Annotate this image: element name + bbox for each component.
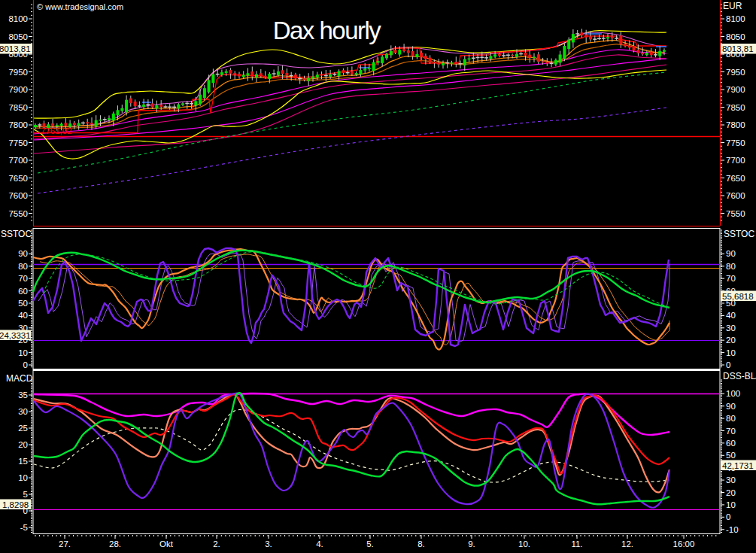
svg-text:7850: 7850 xyxy=(8,103,28,112)
svg-text:Dax hourly: Dax hourly xyxy=(273,17,382,44)
svg-text:8100: 8100 xyxy=(726,14,745,23)
svg-text:7700: 7700 xyxy=(8,156,28,165)
svg-text:8050: 8050 xyxy=(8,32,28,41)
svg-text:30: 30 xyxy=(726,476,736,485)
svg-text:20: 20 xyxy=(18,440,28,449)
svg-text:25: 25 xyxy=(18,424,28,433)
svg-text:24,3331: 24,3331 xyxy=(0,331,31,340)
svg-text:8.: 8. xyxy=(417,539,425,548)
svg-text:7700: 7700 xyxy=(726,156,745,165)
svg-text:16:00: 16:00 xyxy=(673,539,695,548)
svg-text:90: 90 xyxy=(726,402,736,411)
svg-text:70: 70 xyxy=(18,274,28,283)
svg-text:80: 80 xyxy=(726,414,736,423)
svg-text:20: 20 xyxy=(726,336,736,345)
svg-text:10: 10 xyxy=(726,348,736,357)
svg-text:70: 70 xyxy=(726,427,736,436)
svg-text:MACD: MACD xyxy=(6,373,33,384)
svg-text:8050: 8050 xyxy=(726,32,745,41)
svg-text:60: 60 xyxy=(726,439,736,448)
svg-text:2.: 2. xyxy=(213,539,220,548)
svg-text:© www.tradesignal.com: © www.tradesignal.com xyxy=(37,2,123,11)
svg-text:60: 60 xyxy=(18,287,28,296)
svg-text:27.: 27. xyxy=(59,539,71,548)
svg-text:10: 10 xyxy=(726,500,736,509)
svg-text:-5: -5 xyxy=(20,523,28,532)
svg-text:11.: 11. xyxy=(571,539,582,548)
svg-text:SSTOC: SSTOC xyxy=(724,229,754,239)
svg-text:50: 50 xyxy=(18,299,28,308)
svg-text:7950: 7950 xyxy=(8,68,28,77)
svg-text:7850: 7850 xyxy=(726,103,745,112)
svg-text:4.: 4. xyxy=(316,539,323,548)
svg-text:10: 10 xyxy=(18,473,28,482)
svg-text:8013,81: 8013,81 xyxy=(722,44,754,53)
svg-text:7600: 7600 xyxy=(8,191,28,200)
svg-text:90: 90 xyxy=(726,249,736,258)
svg-text:40: 40 xyxy=(18,311,28,320)
svg-text:DSS-BLA: DSS-BLA xyxy=(723,371,756,381)
svg-text:-10: -10 xyxy=(726,525,739,534)
svg-text:0: 0 xyxy=(23,360,28,369)
svg-text:7950: 7950 xyxy=(726,68,745,77)
svg-text:30: 30 xyxy=(726,324,736,333)
svg-text:0: 0 xyxy=(726,360,730,369)
svg-text:5: 5 xyxy=(23,490,28,499)
svg-text:3.: 3. xyxy=(265,539,272,548)
svg-text:5.: 5. xyxy=(366,539,374,548)
svg-text:7550: 7550 xyxy=(8,209,28,218)
svg-text:28.: 28. xyxy=(109,539,121,548)
svg-text:55,6818: 55,6818 xyxy=(722,292,754,301)
svg-text:7900: 7900 xyxy=(726,85,745,94)
svg-text:7550: 7550 xyxy=(726,209,745,218)
svg-text:12.: 12. xyxy=(621,539,633,548)
svg-text:7900: 7900 xyxy=(8,85,28,94)
svg-text:100: 100 xyxy=(726,389,740,398)
svg-text:8013,81: 8013,81 xyxy=(0,44,31,53)
svg-text:40: 40 xyxy=(726,311,736,320)
svg-text:30: 30 xyxy=(18,407,28,416)
svg-text:7750: 7750 xyxy=(8,138,28,147)
svg-text:10.: 10. xyxy=(518,539,530,548)
svg-text:7800: 7800 xyxy=(8,120,28,129)
svg-text:7600: 7600 xyxy=(726,191,745,200)
svg-text:80: 80 xyxy=(18,262,28,271)
svg-text:7650: 7650 xyxy=(8,174,28,183)
svg-text:0: 0 xyxy=(726,512,730,521)
svg-text:90: 90 xyxy=(18,249,28,258)
svg-text:15: 15 xyxy=(18,457,28,466)
svg-text:8100: 8100 xyxy=(8,14,28,23)
svg-text:80: 80 xyxy=(726,262,736,271)
svg-text:50: 50 xyxy=(726,451,736,460)
svg-text:35: 35 xyxy=(18,390,28,400)
svg-text:10: 10 xyxy=(18,348,28,357)
svg-text:7650: 7650 xyxy=(726,174,745,183)
svg-text:7800: 7800 xyxy=(726,120,745,129)
svg-text:EUR: EUR xyxy=(723,1,742,11)
svg-text:70: 70 xyxy=(726,274,736,283)
svg-text:SSTOC: SSTOC xyxy=(1,229,32,239)
svg-text:7761,02: 7761,02 xyxy=(41,126,72,135)
svg-text:42,1731: 42,1731 xyxy=(722,461,754,470)
svg-text:1,8298: 1,8298 xyxy=(2,500,29,509)
svg-text:Okt: Okt xyxy=(159,539,174,548)
svg-text:20: 20 xyxy=(726,488,736,497)
svg-text:7750: 7750 xyxy=(726,138,745,147)
svg-text:9.: 9. xyxy=(468,539,475,548)
